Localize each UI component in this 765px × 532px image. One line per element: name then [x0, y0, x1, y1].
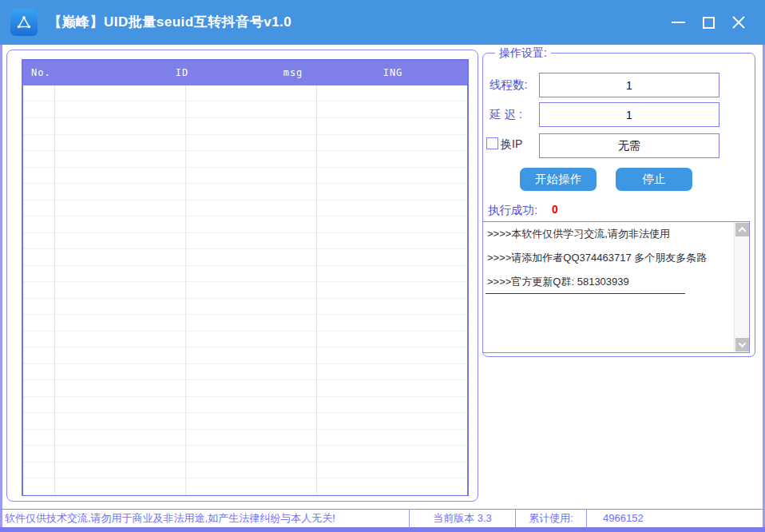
column-header-id[interactable]: ID [176, 61, 188, 85]
status-version: 当前版本 3.3 [410, 510, 515, 528]
delay-label: 延 迟 : [490, 107, 522, 122]
maximize-button[interactable] [693, 9, 723, 36]
groupbox-legend: 操作设置: [495, 46, 551, 61]
thread-count-label: 线程数: [490, 77, 528, 93]
scroll-up-button[interactable] [735, 223, 749, 236]
delay-input[interactable] [539, 102, 719, 127]
window-title: 【巅峰】UID批量seuid互转抖音号v1.0 [48, 0, 291, 45]
chevron-up-icon [739, 227, 747, 235]
app-window: 【巅峰】UID批量seuid互转抖音号v1.0 No. ID msg ING [0, 0, 765, 532]
column-header-ing[interactable]: ING [383, 61, 403, 85]
triangle-logo-icon [15, 14, 33, 31]
title-bar: 【巅峰】UID批量seuid互转抖音号v1.0 [0, 0, 765, 45]
results-panel: No. ID msg ING [6, 50, 478, 502]
start-button[interactable]: 开始操作 [520, 168, 597, 191]
maximize-icon [703, 17, 715, 29]
status-usage-count: 4966152 [587, 510, 765, 528]
minimize-button[interactable] [663, 9, 693, 36]
settings-groupbox: 操作设置: 线程数: 延 迟 : 换IP 开始操作 停止 执行成功: 0 >>>… [482, 53, 755, 357]
scroll-down-button[interactable] [735, 338, 749, 351]
column-header-no[interactable]: No. [31, 61, 51, 85]
log-line: >>>>请添加作者QQ374463717 多个朋友多条路 [487, 251, 707, 265]
thread-count-input[interactable] [539, 73, 719, 97]
results-table[interactable]: No. ID msg ING [22, 59, 469, 496]
log-scrollbar[interactable] [734, 222, 749, 352]
status-bar: 软件仅供技术交流,请勿用于商业及非法用途,如产生法律纠纷与本人无关! 当前版本 … [0, 509, 765, 527]
close-button[interactable] [723, 9, 754, 36]
log-line: >>>>官方更新Q群: 581303939 [487, 275, 629, 289]
column-header-msg[interactable]: msg [283, 61, 303, 85]
change-ip-input[interactable] [539, 133, 719, 158]
change-ip-label: 换IP [501, 137, 522, 152]
log-underline [486, 293, 685, 294]
table-body[interactable] [23, 85, 467, 495]
chevron-down-icon [739, 339, 747, 347]
success-count-label: 执行成功: [488, 203, 537, 218]
change-ip-checkbox[interactable] [486, 137, 498, 149]
log-line: >>>>本软件仅供学习交流,请勿非法使用 [487, 227, 670, 241]
app-logo-icon [10, 9, 38, 36]
window-controls [663, 0, 754, 45]
close-icon [731, 14, 747, 30]
stop-button[interactable]: 停止 [616, 168, 692, 191]
column-divider [54, 85, 55, 495]
status-usage-label: 累计使用: [516, 510, 586, 528]
column-divider [185, 85, 186, 495]
success-count-value: 0 [552, 203, 558, 216]
status-disclaimer: 软件仅供技术交流,请勿用于商业及非法用途,如产生法律纠纷与本人无关! [0, 510, 409, 528]
window-border-left [0, 45, 2, 527]
log-box[interactable]: >>>>本软件仅供学习交流,请勿非法使用 >>>>请添加作者QQ37446371… [482, 221, 750, 353]
column-divider [316, 85, 317, 495]
table-header: No. ID msg ING [23, 61, 467, 85]
minimize-icon [672, 22, 685, 23]
